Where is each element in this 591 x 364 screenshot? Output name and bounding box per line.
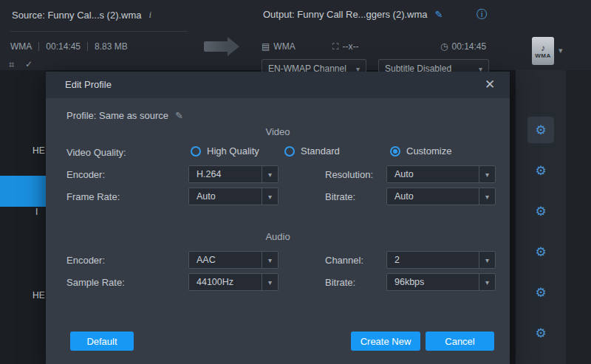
audio-bitrate-label: Bitrate: xyxy=(325,277,355,288)
source-divider xyxy=(10,31,188,32)
gear-icon[interactable]: ⚙ xyxy=(527,238,554,265)
radio-standard[interactable]: Standard xyxy=(284,145,340,157)
format-grid-icon: ▤ xyxy=(262,41,270,52)
radio-circle-icon xyxy=(390,146,400,157)
source-info-icon[interactable]: i xyxy=(149,9,152,21)
meta-separator xyxy=(87,42,88,51)
channel-value: 2 xyxy=(394,255,400,265)
chevron-down-icon: ▾ xyxy=(262,188,278,205)
output-format: WMA xyxy=(273,41,295,52)
channel-label: Channel: xyxy=(325,255,363,266)
output-info-icon[interactable]: ⓘ xyxy=(476,8,487,21)
video-encoder-value: H.264 xyxy=(197,169,221,179)
clock-icon: ◷ xyxy=(440,41,448,52)
audio-encoder-value: AAC xyxy=(197,255,216,265)
video-bitrate-select[interactable]: Auto ▾ xyxy=(386,188,496,205)
music-note-icon: ♪ xyxy=(541,44,545,52)
audio-encoder-select[interactable]: AAC ▾ xyxy=(188,251,279,269)
source-file-label: Source: Funny Cal...s (2).wma xyxy=(12,10,142,21)
format-list-panel: HE I HE xyxy=(0,70,46,364)
chevron-down-icon: ▾ xyxy=(479,166,495,182)
video-section-label: Video xyxy=(46,126,510,137)
video-bitrate-label: Bitrate: xyxy=(325,191,355,202)
resolution-expand-icon: ⛶ xyxy=(332,41,338,52)
transfer-arrow-body xyxy=(204,41,228,52)
edit-profile-name-icon[interactable]: ✎ xyxy=(175,110,183,121)
format-badge-label: WMA xyxy=(535,52,551,59)
chevron-down-icon: ▾ xyxy=(262,166,278,182)
video-encoder-label: Encoder: xyxy=(66,169,105,180)
output-duration: 00:14:45 xyxy=(451,41,486,52)
chevron-down-icon: ▾ xyxy=(479,274,495,290)
format-badge-caret-icon[interactable]: ▾ xyxy=(558,46,563,55)
resolution-value: Auto xyxy=(394,169,414,179)
channel-select[interactable]: 2 ▾ xyxy=(386,251,496,269)
output-resolution: --x-- xyxy=(342,41,358,52)
list-item-fragment: I xyxy=(35,207,38,217)
default-button[interactable]: Default xyxy=(70,332,134,351)
source-duration: 00:14:45 xyxy=(46,41,81,52)
dialog-title: Edit Profile xyxy=(65,79,112,90)
app-window: Source: Funny Cal...s (2).wma i WMA 00:1… xyxy=(0,0,591,364)
chevron-down-icon: ▾ xyxy=(262,252,278,268)
dialog-header xyxy=(46,72,510,98)
profile-name-label: Profile: Same as source xyxy=(66,110,168,121)
gear-icon[interactable]: ⚙ xyxy=(527,198,554,224)
audio-bitrate-select[interactable]: 96kbps ▾ xyxy=(386,273,496,291)
list-item-fragment: HE xyxy=(33,145,45,156)
resolution-select[interactable]: Auto ▾ xyxy=(386,165,496,183)
gear-icon[interactable]: ⚙ xyxy=(527,117,554,143)
check-menu-icon[interactable]: ✓ xyxy=(25,59,33,69)
gear-icon[interactable]: ⚙ xyxy=(527,320,554,346)
radio-circle-icon xyxy=(284,146,295,157)
output-duration-group: ◷ 00:14:45 xyxy=(440,41,486,52)
crop-icon[interactable]: ⌗ xyxy=(9,59,14,71)
radio-customize[interactable]: Customize xyxy=(390,145,451,157)
chevron-down-icon: ▾ xyxy=(262,274,278,290)
video-encoder-select[interactable]: H.264 ▾ xyxy=(188,165,279,183)
audio-bitrate-value: 96kbps xyxy=(394,277,424,287)
profile-settings-panel: ⚙ ⚙ ⚙ ⚙ ⚙ ⚙ xyxy=(516,70,566,364)
edit-profile-dialog: Edit Profile ✕ Profile: Same as source ✎… xyxy=(46,72,510,364)
format-list-selected-row[interactable] xyxy=(0,176,46,207)
framerate-label: Frame Rate: xyxy=(66,191,120,202)
radio-high-quality[interactable]: High Quality xyxy=(191,145,259,157)
framerate-select[interactable]: Auto ▾ xyxy=(188,188,279,205)
cancel-button[interactable]: Cancel xyxy=(426,332,494,351)
samplerate-value: 44100Hz xyxy=(197,277,233,287)
radio-label: High Quality xyxy=(207,145,259,157)
gear-icon[interactable]: ⚙ xyxy=(527,279,554,306)
source-size: 8.83 MB xyxy=(95,41,128,52)
audio-section-label: Audio xyxy=(46,231,510,242)
edit-output-name-icon[interactable]: ✎ xyxy=(435,9,443,20)
radio-label: Standard xyxy=(301,145,340,157)
chevron-down-icon: ▾ xyxy=(479,252,495,268)
chevron-down-icon: ▾ xyxy=(479,188,495,205)
video-quality-label: Video Quality: xyxy=(66,147,126,158)
meta-separator xyxy=(38,42,39,51)
output-format-badge[interactable]: ♪ WMA xyxy=(532,37,554,65)
framerate-value: Auto xyxy=(197,191,216,202)
resolution-label: Resolution: xyxy=(325,169,373,180)
transfer-arrow-head xyxy=(228,37,239,56)
output-resolution-group: ⛶ --x-- xyxy=(332,41,358,52)
source-format: WMA xyxy=(10,41,32,52)
output-file-label: Output: Funny Call Re...ggers (2).wma xyxy=(263,9,428,20)
top-bar: Source: Funny Cal...s (2).wma i WMA 00:1… xyxy=(0,0,591,70)
list-item-fragment: HE xyxy=(33,290,45,301)
output-format-group: ▤ WMA xyxy=(262,41,296,52)
close-icon[interactable]: ✕ xyxy=(485,77,495,92)
video-bitrate-value: Auto xyxy=(394,191,414,202)
audio-encoder-label: Encoder: xyxy=(66,255,105,266)
radio-circle-icon xyxy=(191,146,201,157)
samplerate-select[interactable]: 44100Hz ▾ xyxy=(188,273,279,291)
create-new-button[interactable]: Create New xyxy=(351,332,420,351)
right-edge-panel xyxy=(566,70,591,364)
radio-label: Customize xyxy=(406,145,451,157)
source-meta: WMA 00:14:45 8.83 MB xyxy=(10,41,128,52)
samplerate-label: Sample Rate: xyxy=(66,277,125,288)
gear-icon[interactable]: ⚙ xyxy=(527,157,554,184)
